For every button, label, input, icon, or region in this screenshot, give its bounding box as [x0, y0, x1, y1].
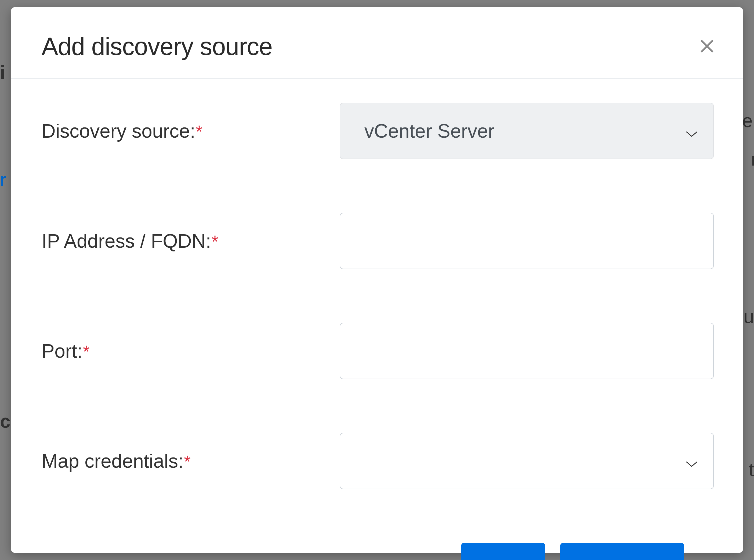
port-input[interactable]: [340, 323, 714, 379]
backdrop-fragment: r: [751, 148, 754, 170]
modal-footer: Save Add more: [42, 543, 714, 560]
ip-fqdn-control: [340, 213, 714, 269]
port-label: Port:*: [42, 340, 340, 362]
chevron-down-icon: [685, 450, 698, 472]
required-marker: *: [184, 452, 191, 472]
modal-title: Add discovery source: [42, 33, 273, 61]
chevron-down-icon: [685, 120, 698, 142]
backdrop-fragment: t: [749, 459, 754, 480]
required-marker: *: [196, 122, 202, 141]
label-text: IP Address / FQDN:: [42, 230, 211, 252]
modal-header: Add discovery source: [11, 7, 743, 79]
required-marker: *: [83, 342, 90, 361]
required-marker: *: [212, 232, 218, 252]
close-button[interactable]: [696, 35, 718, 58]
select-value: vCenter Server: [364, 120, 494, 142]
map-credentials-label: Map credentials:*: [42, 450, 340, 472]
port-control: [340, 323, 714, 379]
ip-fqdn-label: IP Address / FQDN:*: [42, 230, 340, 252]
ip-fqdn-input[interactable]: [340, 213, 714, 269]
discovery-source-select[interactable]: vCenter Server: [340, 103, 714, 159]
map-credentials-control: [340, 433, 714, 489]
label-text: Port:: [42, 340, 82, 362]
label-text: Map credentials:: [42, 450, 183, 472]
discovery-source-control: vCenter Server: [340, 103, 714, 159]
backdrop-fragment: r: [0, 169, 6, 191]
backdrop-fragment: c: [0, 411, 11, 432]
map-credentials-row: Map credentials:*: [42, 433, 714, 489]
save-button[interactable]: Save: [461, 543, 545, 560]
backdrop-fragment: i: [0, 62, 5, 83]
add-discovery-source-modal: Add discovery source Discovery source:* …: [11, 7, 743, 553]
label-text: Discovery source:: [42, 120, 195, 142]
add-more-button[interactable]: Add more: [560, 543, 684, 560]
ip-fqdn-row: IP Address / FQDN:*: [42, 213, 714, 269]
port-row: Port:*: [42, 323, 714, 379]
backdrop-fragment: u: [743, 306, 754, 327]
close-icon: [699, 38, 715, 55]
map-credentials-select[interactable]: [340, 433, 714, 489]
discovery-source-row: Discovery source:* vCenter Server: [42, 103, 714, 159]
backdrop-fragment: e: [742, 110, 753, 132]
discovery-source-label: Discovery source:*: [42, 120, 340, 142]
modal-body: Discovery source:* vCenter Server IP Add…: [11, 79, 743, 560]
